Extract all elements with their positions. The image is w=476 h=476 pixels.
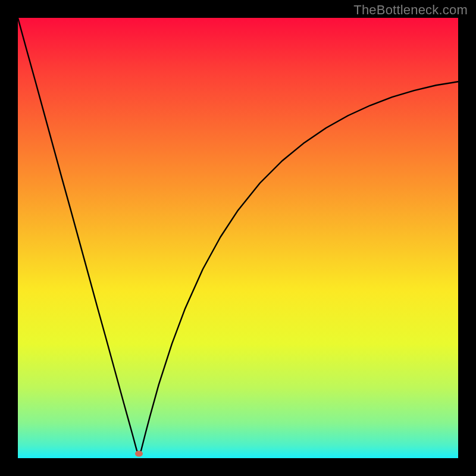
chart-frame: TheBottleneck.com (0, 0, 476, 476)
optimum-marker (135, 451, 143, 457)
watermark-label: TheBottleneck.com (353, 2, 468, 18)
gradient-background (18, 18, 458, 458)
bottleneck-chart (18, 18, 458, 458)
plot-area (18, 18, 458, 458)
